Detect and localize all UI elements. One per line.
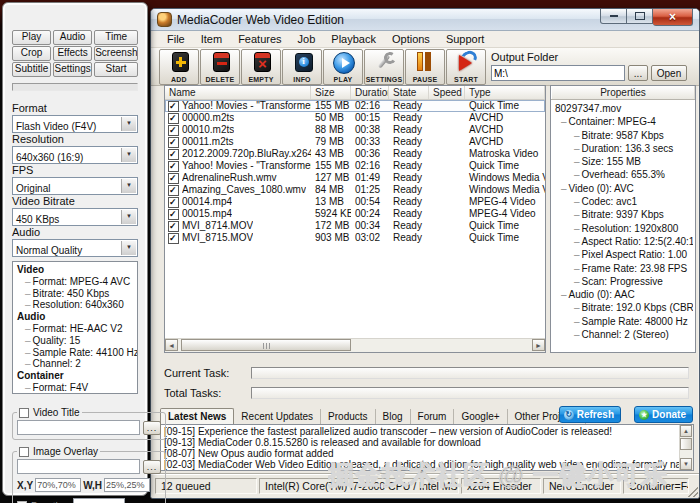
- dropdown-video-bitrate[interactable]: 450 KBps▼: [12, 208, 138, 226]
- minimize-button[interactable]: [600, 9, 627, 24]
- image-overlay-input[interactable]: [17, 459, 140, 474]
- scroll-right-icon[interactable]: ►: [532, 339, 545, 351]
- image-overlay-browse-button[interactable]: ...: [143, 460, 161, 474]
- table-row[interactable]: 00014.mp413 MB00:54ReadyMPEG-4 Video: [165, 196, 545, 208]
- tab-google[interactable]: Google+: [454, 409, 507, 425]
- tab-blog[interactable]: Blog: [376, 409, 411, 425]
- table-row[interactable]: 00011.m2ts79 MB00:33ReadyAVCHD: [165, 136, 545, 148]
- toolbar-button-delete[interactable]: DELETE: [200, 49, 240, 85]
- sidebar-button-effects[interactable]: Effects: [53, 46, 92, 61]
- horizontal-scrollbar[interactable]: ◄ ►: [165, 338, 545, 352]
- menu-playback[interactable]: Playback: [323, 32, 384, 46]
- chevron-down-icon[interactable]: ▼: [121, 210, 136, 224]
- row-checkbox[interactable]: [168, 221, 179, 232]
- xy-input[interactable]: [35, 478, 81, 492]
- news-item[interactable]: [09-15] Experience the fastest paralleli…: [164, 426, 690, 437]
- refresh-button[interactable]: ↻Refresh: [559, 406, 621, 423]
- table-row[interactable]: Amazing_Caves_1080.wmv84 MB01:25ReadyWin…: [165, 184, 545, 196]
- maximize-button[interactable]: [627, 9, 653, 24]
- toolbar-button-info[interactable]: INFO: [282, 49, 322, 85]
- menu-job[interactable]: Job: [290, 32, 324, 46]
- output-folder-input[interactable]: [491, 65, 625, 81]
- tab-forum[interactable]: Forum: [411, 409, 455, 425]
- resize-grip[interactable]: [688, 487, 698, 497]
- news-scrollbar-thumb[interactable]: [680, 438, 692, 450]
- column-header-size[interactable]: Size: [311, 86, 351, 99]
- table-row[interactable]: AdrenalineRush.wmv127 MB01:49ReadyWindow…: [165, 172, 545, 184]
- news-item[interactable]: [09-13] MediaCoder 0.8.15.5280 is releas…: [164, 437, 690, 448]
- news-item[interactable]: [02-03] MediaCoder Web Video Edition rel…: [164, 459, 690, 470]
- sidebar-button-crop[interactable]: Crop: [12, 46, 51, 61]
- menu-file[interactable]: File: [159, 32, 193, 46]
- column-header-state[interactable]: State: [389, 86, 429, 99]
- row-checkbox[interactable]: [168, 185, 179, 196]
- toolbar-button-play[interactable]: PLAY: [323, 49, 363, 85]
- row-checkbox[interactable]: [168, 173, 179, 184]
- close-button[interactable]: ×: [653, 9, 693, 26]
- menu-item[interactable]: Item: [193, 32, 230, 46]
- table-row[interactable]: 00000.m2ts50 MB00:15ReadyAVCHD: [165, 112, 545, 124]
- wh-input[interactable]: [104, 478, 150, 492]
- menu-options[interactable]: Options: [384, 32, 438, 46]
- sidebar-button-start[interactable]: Start: [94, 62, 138, 77]
- tab-latest-news[interactable]: Latest News: [160, 408, 234, 425]
- row-checkbox[interactable]: [168, 149, 179, 160]
- sidebar-button-audio[interactable]: Audio: [53, 30, 92, 45]
- toolbar-button-settings[interactable]: SETTINGS: [364, 49, 404, 85]
- row-checkbox[interactable]: [168, 113, 179, 124]
- tab-recent-updates[interactable]: Recent Updates: [234, 409, 321, 425]
- column-header-speed[interactable]: Speed: [429, 86, 465, 99]
- tab-products[interactable]: Products: [321, 409, 375, 425]
- output-open-button[interactable]: Open: [651, 65, 687, 81]
- row-checkbox[interactable]: [168, 209, 179, 220]
- scroll-up-icon[interactable]: ▲: [680, 425, 692, 437]
- scroll-left-icon[interactable]: ◄: [165, 339, 178, 351]
- video-title-input[interactable]: [17, 420, 140, 435]
- duration-input[interactable]: [73, 498, 125, 503]
- sidebar-button-play[interactable]: Play: [12, 30, 51, 45]
- table-row[interactable]: 2012.2009.720p.BluRay.x264.DT...43 MB00:…: [165, 148, 545, 160]
- row-checkbox[interactable]: [168, 233, 179, 244]
- column-header-type[interactable]: Type: [465, 86, 545, 99]
- row-checkbox[interactable]: [168, 125, 179, 136]
- toolbar-button-start[interactable]: START: [446, 49, 486, 85]
- toolbar-button-empty[interactable]: EMPTY: [241, 49, 281, 85]
- chevron-down-icon[interactable]: ▼: [121, 179, 136, 193]
- chevron-down-icon[interactable]: ▼: [121, 241, 136, 255]
- toolbar-button-add[interactable]: ADD: [159, 49, 199, 85]
- sidebar-button-subtitle[interactable]: Subtitle: [12, 62, 51, 77]
- dropdown-audio[interactable]: Normal Quality▼: [12, 239, 138, 257]
- table-row[interactable]: MVI_8714.MOV172 MB00:34ReadyQuick Time: [165, 220, 545, 232]
- menu-support[interactable]: Support: [438, 32, 493, 46]
- table-row[interactable]: Yahoo! Movies - "Transformers: R...155 M…: [165, 160, 545, 172]
- table-row[interactable]: MVI_8715.MOV903 MB03:02ReadyQuick Time: [165, 232, 545, 244]
- chevron-down-icon[interactable]: ▼: [121, 117, 136, 131]
- news-scrollbar[interactable]: ▲ ▼: [679, 425, 693, 470]
- scrollbar-thumb[interactable]: [181, 339, 351, 351]
- news-item[interactable]: [08-07] New Opus audio format added: [164, 448, 690, 459]
- table-row[interactable]: 00015.mp45924 KB00:24ReadyMPEG-4 Video: [165, 208, 545, 220]
- toolbar-button-pause[interactable]: PAUSE: [405, 49, 445, 85]
- image-overlay-checkbox[interactable]: [19, 447, 29, 457]
- scroll-down-icon[interactable]: ▼: [680, 458, 692, 470]
- sidebar-button-settings[interactable]: Settings: [53, 62, 92, 77]
- menu-features[interactable]: Features: [230, 32, 289, 46]
- table-row[interactable]: Yahoo! Movies - "Transformers: R...155 M…: [165, 100, 545, 112]
- row-checkbox[interactable]: [168, 197, 179, 208]
- video-title-checkbox[interactable]: [19, 408, 29, 418]
- dropdown-resolution[interactable]: 640x360 (16:9)▼: [12, 146, 138, 164]
- column-header-duration[interactable]: Duration: [351, 86, 389, 99]
- row-checkbox[interactable]: [168, 137, 179, 148]
- sidebar-button-time[interactable]: Time: [94, 30, 138, 45]
- dropdown-format[interactable]: Flash Video (F4V)▼: [12, 115, 138, 133]
- dropdown-fps[interactable]: Original▼: [12, 177, 138, 195]
- title-bar[interactable]: MediaCoder Web Video Edition ×: [151, 9, 699, 31]
- video-title-browse-button[interactable]: ...: [143, 421, 161, 435]
- row-checkbox[interactable]: [168, 161, 179, 172]
- properties-header[interactable]: Properties: [551, 86, 695, 100]
- donate-button[interactable]: ★Donate: [634, 406, 693, 423]
- table-row[interactable]: 00010.m2ts88 MB00:38ReadyAVCHD: [165, 124, 545, 136]
- column-header-name[interactable]: Name: [165, 86, 311, 99]
- chevron-down-icon[interactable]: ▼: [121, 148, 136, 162]
- output-browse-button[interactable]: ...: [628, 65, 648, 81]
